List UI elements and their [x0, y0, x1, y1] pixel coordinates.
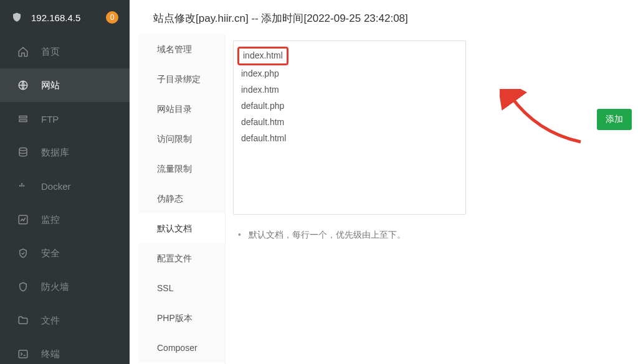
- tab-default-doc[interactable]: 默认文档: [138, 213, 225, 243]
- notification-badge[interactable]: 0: [106, 11, 118, 24]
- tab-php[interactable]: PHP版本: [138, 303, 225, 333]
- sidebar-item-monitor[interactable]: 监控: [0, 203, 130, 236]
- sidebar-item-terminal[interactable]: 终端: [0, 337, 130, 364]
- tab-domain[interactable]: 域名管理: [138, 34, 225, 64]
- site-edit-panel: 站点修改[pay.hiir.cn] -- 添加时间[2022-09-25 23:…: [138, 0, 638, 364]
- tab-ssl[interactable]: SSL: [138, 273, 225, 303]
- sidebar-item-website[interactable]: 网站: [0, 68, 130, 102]
- sidebar-item-home[interactable]: 首页: [0, 35, 130, 68]
- default-doc-hint: 默认文档，每行一个，优先级由上至下。: [233, 230, 623, 241]
- sidebar-item-security[interactable]: 安全: [0, 236, 130, 270]
- sidebar-item-docker[interactable]: Docker: [0, 169, 130, 203]
- svg-rect-6: [23, 185, 24, 187]
- default-doc-line: default.htm: [241, 114, 458, 130]
- default-docs-textarea[interactable]: index.html index.php index.htm default.p…: [233, 40, 466, 215]
- svg-rect-9: [19, 350, 27, 358]
- default-doc-line: index.php: [241, 65, 458, 82]
- ftp-icon: [17, 113, 29, 124]
- panel-tabs: 域名管理 子目录绑定 网站目录 访问限制 流量限制 伪静态 默认文档 配置文件 …: [138, 34, 226, 364]
- shield-check-icon: [17, 248, 29, 259]
- default-doc-line: default.html: [241, 130, 458, 146]
- database-icon: [17, 147, 29, 158]
- sidebar-item-label: 防火墙: [41, 281, 69, 293]
- add-button[interactable]: 添加: [597, 109, 632, 130]
- firewall-icon: [17, 281, 29, 292]
- docker-icon: [17, 180, 29, 192]
- sidebar-item-label: 终端: [41, 348, 60, 360]
- svg-rect-5: [21, 185, 22, 187]
- sidebar-item-firewall[interactable]: 防火墙: [0, 270, 130, 304]
- svg-rect-1: [19, 116, 27, 118]
- sidebar-item-label: 数据库: [41, 147, 69, 159]
- svg-rect-4: [19, 185, 21, 187]
- sidebar-item-label: 网站: [41, 80, 60, 91]
- annotation-arrow-icon: [500, 89, 587, 151]
- sidebar-item-label: 安全: [41, 248, 60, 259]
- shield-icon: [11, 12, 22, 23]
- tab-rewrite[interactable]: 伪静态: [138, 184, 225, 213]
- sidebar: 192.168.4.5 0 首页 网站 FTP 数据库 Docker 监控 安全…: [0, 0, 130, 364]
- tab-access[interactable]: 访问限制: [138, 124, 225, 154]
- chart-icon: [17, 214, 29, 225]
- svg-point-3: [19, 148, 27, 151]
- sidebar-item-label: 文件: [41, 315, 60, 327]
- sidebar-item-database[interactable]: 数据库: [0, 136, 130, 169]
- tab-composer[interactable]: Composer: [138, 333, 225, 363]
- sidebar-item-label: 首页: [41, 46, 60, 58]
- sidebar-item-label: FTP: [41, 114, 59, 124]
- sidebar-item-ftp[interactable]: FTP: [0, 102, 130, 136]
- terminal-icon: [17, 348, 29, 360]
- tab-traffic[interactable]: 流量限制: [138, 154, 225, 184]
- tab-config[interactable]: 配置文件: [138, 243, 225, 273]
- default-doc-line: index.htm: [241, 82, 458, 98]
- svg-rect-2: [19, 120, 27, 122]
- default-doc-highlighted: index.html: [237, 47, 288, 65]
- home-icon: [17, 46, 29, 57]
- sidebar-item-label: Docker: [41, 181, 71, 192]
- folder-icon: [17, 315, 29, 326]
- default-doc-line: default.php: [241, 98, 458, 114]
- server-header: 192.168.4.5 0: [0, 0, 130, 35]
- svg-rect-7: [21, 184, 22, 185]
- server-ip: 192.168.4.5: [31, 12, 80, 23]
- sidebar-item-label: 监控: [41, 214, 60, 226]
- tab-subdir[interactable]: 子目录绑定: [138, 64, 225, 94]
- tab-webroot[interactable]: 网站目录: [138, 94, 225, 124]
- globe-icon: [17, 80, 29, 91]
- tab-content: index.html index.php index.htm default.p…: [226, 34, 638, 364]
- sidebar-item-files[interactable]: 文件: [0, 304, 130, 337]
- panel-title: 站点修改[pay.hiir.cn] -- 添加时间[2022-09-25 23:…: [138, 0, 638, 34]
